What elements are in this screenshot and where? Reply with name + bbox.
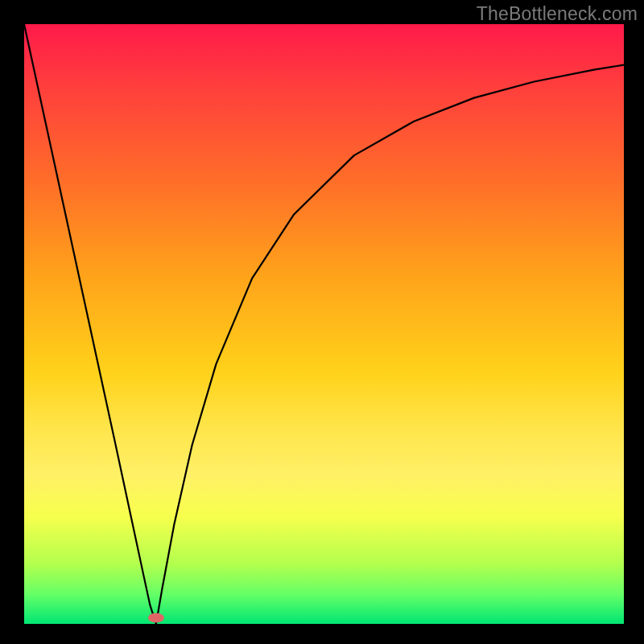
bottleneck-curve — [24, 24, 624, 624]
watermark-text: TheBottleneck.com — [477, 3, 638, 25]
chart-container: TheBottleneck.com — [0, 0, 644, 644]
curve-svg — [24, 24, 624, 624]
curve-layer — [24, 24, 624, 624]
marker-dot — [148, 613, 164, 623]
plot-area — [24, 24, 624, 624]
